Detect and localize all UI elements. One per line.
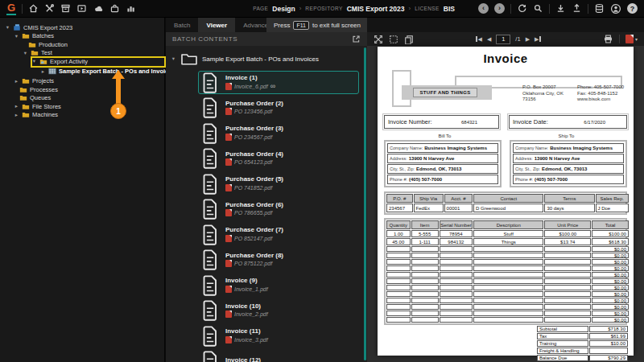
media-box-icon[interactable] xyxy=(76,3,87,14)
tree-node-batches[interactable]: ▾ Batches xyxy=(0,32,164,41)
ship-to-header: Ship To xyxy=(506,134,627,138)
user-icon[interactable] xyxy=(610,3,621,14)
document-filename: PO 741852.pdf xyxy=(234,185,272,191)
document-row[interactable]: Invoice (12) xyxy=(198,350,359,362)
document-row[interactable]: Purchase Order (7) PO 852147.pdf xyxy=(198,223,359,246)
select-region-icon[interactable] xyxy=(389,35,398,44)
folder-icon xyxy=(22,103,30,110)
ship-to-address: 13900 N Harvey Ave xyxy=(535,156,580,161)
bill-to-phone: (405) 507-7000 xyxy=(409,177,442,182)
document-row[interactable]: Purchase Order (4) PO 654123.pdf xyxy=(198,147,359,171)
document-filename: PO 234567.pdf xyxy=(234,134,272,140)
bar-chart-icon[interactable] xyxy=(126,3,136,14)
tree-node-processes[interactable]: Processes xyxy=(0,85,164,94)
list-scrollbar[interactable] xyxy=(364,47,366,360)
last-page-button[interactable]: ▶ xyxy=(535,36,541,42)
bill-to-city: Edmond, OK, 73013 xyxy=(416,167,461,171)
batches-box-icon[interactable] xyxy=(60,3,71,14)
document-filename: Invoice_6.pdf xyxy=(234,84,268,89)
help-icon[interactable]: ? xyxy=(627,3,638,14)
back-button[interactable]: ‹ xyxy=(478,3,489,14)
document-title: Purchase Order (4) xyxy=(225,151,283,158)
bag-icon[interactable] xyxy=(109,3,120,14)
document-filename: PO 875122.pdf xyxy=(234,261,272,266)
document-title: Purchase Order (5) xyxy=(225,176,283,183)
document-row[interactable]: Purchase Order (8) PO 875122.pdf xyxy=(198,249,359,272)
viewer-canvas[interactable]: Invoice STUFF AND THINGS P.O. Box 20007 … xyxy=(367,46,644,362)
divider xyxy=(619,35,620,43)
document-icon xyxy=(202,148,219,169)
tree-node-queues[interactable]: Queues xyxy=(0,94,164,103)
upload-icon[interactable] xyxy=(572,3,582,14)
bill-to-box: Company Name:Business Imaging Systems Ad… xyxy=(384,140,502,187)
tree-node-production[interactable]: Production xyxy=(0,40,164,49)
previous-page-button[interactable]: ◀ xyxy=(487,36,491,42)
document-row[interactable]: Invoice (10) Invoice_2.pdf xyxy=(198,299,359,323)
refresh-icon[interactable] xyxy=(517,3,527,14)
document-row[interactable]: Purchase Order (2) PO 123456.pdf xyxy=(198,97,359,120)
tree-node-machines[interactable]: ▸ Machines xyxy=(0,111,164,120)
batch-root-folder[interactable]: ▾ Sample Export Batch - POs and Invoices xyxy=(171,51,367,66)
document-row[interactable]: Purchase Order (3) PO 234567.pdf xyxy=(198,121,359,145)
total-label: Tax xyxy=(537,333,588,339)
caret-expanded-icon[interactable]: ▾ xyxy=(14,33,19,39)
tree-node-cmis-export-2023[interactable]: ▾ CMIS Export 2023 xyxy=(0,23,164,32)
divider xyxy=(549,4,550,14)
tree-node-label: Processes xyxy=(30,87,58,93)
thumbnails-icon[interactable] xyxy=(404,35,414,44)
print-icon[interactable] xyxy=(603,34,613,44)
fullscreen-exit-notice: Press F11 to exit full screen xyxy=(266,18,368,32)
ship-to-phone: (405) 507-7000 xyxy=(535,177,568,182)
tools-icon[interactable] xyxy=(44,3,55,14)
invoice-title: Invoice xyxy=(384,51,627,65)
viewer-toolbar: ◀ ◀ 1 /1 ▶ ▶ ▾ xyxy=(367,32,644,46)
document-title: Purchase Order (6) xyxy=(225,202,283,209)
document-row[interactable]: Invoice (9) Invoice_1.pdf xyxy=(198,274,359,297)
caret-collapsed-icon[interactable]: ▸ xyxy=(40,68,46,75)
document-row[interactable]: Purchase Order (5) PO 741852.pdf xyxy=(198,172,359,195)
search-icon[interactable] xyxy=(533,3,543,14)
download-icon[interactable] xyxy=(555,3,566,14)
fit-to-window-icon[interactable] xyxy=(374,35,383,44)
tab-batch[interactable]: Batch xyxy=(166,18,198,32)
tab-viewer[interactable]: Viewer xyxy=(198,18,235,32)
tree-node-label: Test xyxy=(41,50,52,56)
invoice-date-box: Invoice Date: 6/17/2020 xyxy=(509,115,627,129)
invoice-page[interactable]: Invoice STUFF AND THINGS P.O. Box 20007 … xyxy=(378,47,634,356)
folder-icon xyxy=(19,86,27,93)
app-window: G PAGE Design › REPOSITORY CMIS Export 2… xyxy=(0,0,644,362)
caret-collapsed-icon[interactable]: ▸ xyxy=(14,112,19,118)
breadcrumb-separator: › xyxy=(409,5,411,12)
breadcrumb-page-value[interactable]: Design xyxy=(272,5,295,13)
repository-icon xyxy=(13,23,21,31)
document-icon xyxy=(202,97,219,118)
export-pdf-button[interactable]: ▾ xyxy=(625,35,638,43)
tree-node-projects[interactable]: ▸ Projects xyxy=(0,77,164,86)
first-page-button[interactable]: ◀ xyxy=(476,36,482,42)
document-row[interactable]: Purchase Order (6) PO 786655.pdf xyxy=(198,198,359,221)
next-page-button[interactable]: ▶ xyxy=(526,36,530,42)
caret-collapsed-icon[interactable]: ▸ xyxy=(14,78,19,84)
page-number-input[interactable]: 1 xyxy=(496,35,510,44)
breadcrumb-license-value[interactable]: BIS xyxy=(444,5,455,13)
database-icon[interactable] xyxy=(594,3,605,14)
document-icon xyxy=(202,199,219,220)
caret-expanded-icon[interactable]: ▾ xyxy=(171,56,176,62)
caret-expanded-icon[interactable]: ▾ xyxy=(5,24,10,31)
document-row[interactable]: Invoice (1) Invoice_6.pdf∞ xyxy=(198,71,359,94)
document-title: Purchase Order (2) xyxy=(225,101,283,108)
line-items-table: Quantity Item Serial Number Description … xyxy=(384,218,627,325)
folder-icon xyxy=(31,49,39,56)
cloud-icon[interactable] xyxy=(93,3,104,14)
document-row[interactable]: Invoice (11) Invoice_3.pdf xyxy=(198,324,359,348)
annotation-step-badge: 1 xyxy=(110,103,126,119)
ship-to-company: Business Imaging Systems xyxy=(550,146,613,150)
open-external-icon[interactable] xyxy=(352,35,361,43)
breadcrumb-repository-value[interactable]: CMIS Export 2023 xyxy=(347,5,405,13)
tree-node-file-stores[interactable]: ▸ File Stores xyxy=(0,102,164,111)
home-icon[interactable] xyxy=(28,3,39,14)
caret-collapsed-icon[interactable]: ▸ xyxy=(14,103,19,109)
pdf-icon xyxy=(225,108,232,115)
caret-expanded-icon[interactable]: ▾ xyxy=(23,50,28,56)
forward-button[interactable]: › xyxy=(494,3,505,14)
